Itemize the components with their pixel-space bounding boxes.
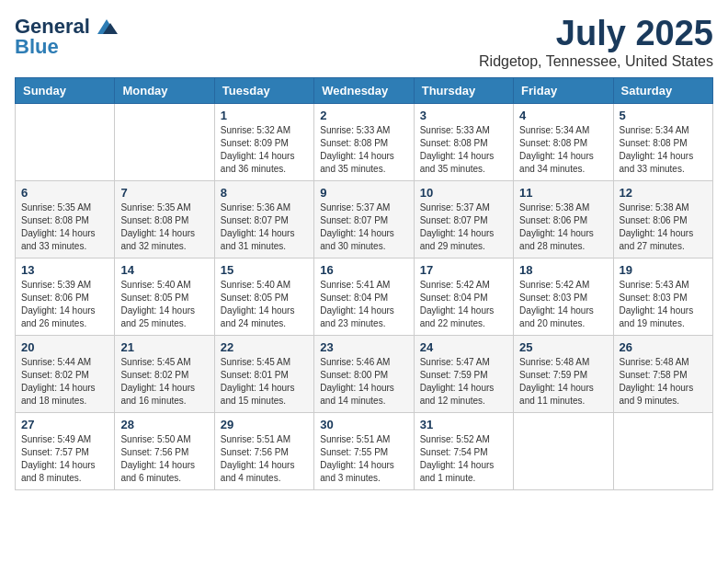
calendar-day-cell: 16Sunrise: 5:41 AM Sunset: 8:04 PM Dayli… bbox=[314, 258, 414, 335]
day-header-wednesday: Wednesday bbox=[314, 77, 414, 103]
day-number: 11 bbox=[519, 186, 607, 200]
day-header-sunday: Sunday bbox=[16, 77, 115, 103]
day-header-friday: Friday bbox=[514, 77, 613, 103]
day-info: Sunrise: 5:33 AM Sunset: 8:08 PM Dayligh… bbox=[320, 124, 407, 176]
day-info: Sunrise: 5:34 AM Sunset: 8:08 PM Dayligh… bbox=[519, 124, 607, 176]
calendar-day-cell: 3Sunrise: 5:33 AM Sunset: 8:08 PM Daylig… bbox=[414, 103, 513, 180]
day-info: Sunrise: 5:37 AM Sunset: 8:07 PM Dayligh… bbox=[420, 201, 507, 253]
day-header-monday: Monday bbox=[115, 77, 214, 103]
day-number: 6 bbox=[21, 186, 108, 200]
day-number: 25 bbox=[519, 340, 607, 354]
day-info: Sunrise: 5:50 AM Sunset: 7:56 PM Dayligh… bbox=[120, 433, 208, 485]
calendar-week-row: 6Sunrise: 5:35 AM Sunset: 8:08 PM Daylig… bbox=[16, 180, 713, 258]
month-title: July 2025 bbox=[479, 15, 713, 53]
day-info: Sunrise: 5:34 AM Sunset: 8:08 PM Dayligh… bbox=[620, 124, 707, 176]
day-info: Sunrise: 5:39 AM Sunset: 8:06 PM Dayligh… bbox=[21, 279, 108, 330]
day-info: Sunrise: 5:38 AM Sunset: 8:06 PM Dayligh… bbox=[620, 201, 707, 253]
day-info: Sunrise: 5:51 AM Sunset: 7:55 PM Dayligh… bbox=[320, 433, 407, 485]
day-number: 12 bbox=[620, 186, 707, 200]
day-number: 16 bbox=[320, 263, 407, 277]
day-info: Sunrise: 5:43 AM Sunset: 8:03 PM Dayligh… bbox=[620, 279, 707, 330]
day-info: Sunrise: 5:47 AM Sunset: 7:59 PM Dayligh… bbox=[420, 356, 507, 408]
calendar-day-cell: 6Sunrise: 5:35 AM Sunset: 8:08 PM Daylig… bbox=[16, 180, 115, 258]
calendar-day-cell: 26Sunrise: 5:48 AM Sunset: 7:58 PM Dayli… bbox=[613, 335, 712, 412]
day-number: 8 bbox=[221, 186, 308, 200]
day-info: Sunrise: 5:45 AM Sunset: 8:02 PM Dayligh… bbox=[120, 356, 208, 408]
day-number: 24 bbox=[420, 340, 507, 354]
calendar-week-row: 27Sunrise: 5:49 AM Sunset: 7:57 PM Dayli… bbox=[16, 412, 713, 489]
calendar-day-cell: 19Sunrise: 5:43 AM Sunset: 8:03 PM Dayli… bbox=[613, 258, 712, 335]
page-header: General Blue July 2025 Ridgetop, Tenness… bbox=[15, 15, 713, 70]
calendar-day-cell bbox=[613, 412, 712, 489]
calendar-day-cell: 18Sunrise: 5:42 AM Sunset: 8:03 PM Dayli… bbox=[514, 258, 613, 335]
day-number: 29 bbox=[221, 418, 308, 431]
day-info: Sunrise: 5:40 AM Sunset: 8:05 PM Dayligh… bbox=[120, 279, 208, 330]
calendar-day-cell: 30Sunrise: 5:51 AM Sunset: 7:55 PM Dayli… bbox=[314, 412, 414, 489]
day-number: 18 bbox=[519, 263, 607, 277]
day-number: 31 bbox=[420, 418, 507, 431]
calendar-day-cell: 10Sunrise: 5:37 AM Sunset: 8:07 PM Dayli… bbox=[414, 180, 513, 258]
calendar-day-cell: 15Sunrise: 5:40 AM Sunset: 8:05 PM Dayli… bbox=[214, 258, 313, 335]
day-number: 5 bbox=[620, 109, 707, 122]
calendar-day-cell: 20Sunrise: 5:44 AM Sunset: 8:02 PM Dayli… bbox=[16, 335, 115, 412]
calendar-day-cell: 7Sunrise: 5:35 AM Sunset: 8:08 PM Daylig… bbox=[115, 180, 214, 258]
day-number: 4 bbox=[519, 109, 607, 122]
calendar-day-cell: 2Sunrise: 5:33 AM Sunset: 8:08 PM Daylig… bbox=[314, 103, 414, 180]
day-number: 28 bbox=[120, 418, 208, 431]
day-info: Sunrise: 5:33 AM Sunset: 8:08 PM Dayligh… bbox=[420, 124, 507, 176]
calendar-day-cell: 29Sunrise: 5:51 AM Sunset: 7:56 PM Dayli… bbox=[214, 412, 313, 489]
day-header-saturday: Saturday bbox=[613, 77, 712, 103]
day-info: Sunrise: 5:37 AM Sunset: 8:07 PM Dayligh… bbox=[320, 201, 407, 253]
day-number: 14 bbox=[120, 263, 208, 277]
day-number: 1 bbox=[221, 109, 308, 122]
day-number: 3 bbox=[420, 109, 507, 122]
logo-icon bbox=[94, 17, 119, 36]
day-number: 26 bbox=[620, 340, 707, 354]
day-info: Sunrise: 5:38 AM Sunset: 8:06 PM Dayligh… bbox=[519, 201, 607, 253]
day-number: 20 bbox=[21, 340, 108, 354]
calendar-day-cell: 21Sunrise: 5:45 AM Sunset: 8:02 PM Dayli… bbox=[115, 335, 214, 412]
day-number: 15 bbox=[221, 263, 308, 277]
day-number: 21 bbox=[120, 340, 208, 354]
day-header-tuesday: Tuesday bbox=[214, 77, 313, 103]
calendar-table: SundayMondayTuesdayWednesdayThursdayFrid… bbox=[15, 77, 713, 490]
calendar-header-row: SundayMondayTuesdayWednesdayThursdayFrid… bbox=[16, 77, 713, 103]
day-info: Sunrise: 5:45 AM Sunset: 8:01 PM Dayligh… bbox=[221, 356, 308, 408]
calendar-day-cell: 27Sunrise: 5:49 AM Sunset: 7:57 PM Dayli… bbox=[16, 412, 115, 489]
calendar-day-cell: 14Sunrise: 5:40 AM Sunset: 8:05 PM Dayli… bbox=[115, 258, 214, 335]
day-info: Sunrise: 5:48 AM Sunset: 7:58 PM Dayligh… bbox=[620, 356, 707, 408]
calendar-day-cell: 9Sunrise: 5:37 AM Sunset: 8:07 PM Daylig… bbox=[314, 180, 414, 258]
calendar-day-cell: 31Sunrise: 5:52 AM Sunset: 7:54 PM Dayli… bbox=[414, 412, 513, 489]
calendar-day-cell bbox=[16, 103, 115, 180]
day-info: Sunrise: 5:40 AM Sunset: 8:05 PM Dayligh… bbox=[221, 279, 308, 330]
day-info: Sunrise: 5:35 AM Sunset: 8:08 PM Dayligh… bbox=[120, 201, 208, 253]
calendar-day-cell: 8Sunrise: 5:36 AM Sunset: 8:07 PM Daylig… bbox=[214, 180, 313, 258]
day-info: Sunrise: 5:49 AM Sunset: 7:57 PM Dayligh… bbox=[21, 433, 108, 485]
calendar-day-cell: 23Sunrise: 5:46 AM Sunset: 8:00 PM Dayli… bbox=[314, 335, 414, 412]
day-info: Sunrise: 5:51 AM Sunset: 7:56 PM Dayligh… bbox=[221, 433, 308, 485]
logo-blue-text: Blue bbox=[15, 35, 59, 59]
logo: General Blue bbox=[15, 15, 119, 59]
day-info: Sunrise: 5:46 AM Sunset: 8:00 PM Dayligh… bbox=[320, 356, 407, 408]
day-number: 13 bbox=[21, 263, 108, 277]
calendar-day-cell: 12Sunrise: 5:38 AM Sunset: 8:06 PM Dayli… bbox=[613, 180, 712, 258]
calendar-week-row: 13Sunrise: 5:39 AM Sunset: 8:06 PM Dayli… bbox=[16, 258, 713, 335]
day-number: 27 bbox=[21, 418, 108, 431]
day-header-thursday: Thursday bbox=[414, 77, 513, 103]
calendar-week-row: 1Sunrise: 5:32 AM Sunset: 8:09 PM Daylig… bbox=[16, 103, 713, 180]
day-info: Sunrise: 5:36 AM Sunset: 8:07 PM Dayligh… bbox=[221, 201, 308, 253]
calendar-day-cell: 28Sunrise: 5:50 AM Sunset: 7:56 PM Dayli… bbox=[115, 412, 214, 489]
day-info: Sunrise: 5:35 AM Sunset: 8:08 PM Dayligh… bbox=[21, 201, 108, 253]
calendar-day-cell: 5Sunrise: 5:34 AM Sunset: 8:08 PM Daylig… bbox=[613, 103, 712, 180]
day-number: 10 bbox=[420, 186, 507, 200]
day-info: Sunrise: 5:44 AM Sunset: 8:02 PM Dayligh… bbox=[21, 356, 108, 408]
calendar-day-cell: 22Sunrise: 5:45 AM Sunset: 8:01 PM Dayli… bbox=[214, 335, 313, 412]
calendar-day-cell: 4Sunrise: 5:34 AM Sunset: 8:08 PM Daylig… bbox=[514, 103, 613, 180]
calendar-day-cell: 25Sunrise: 5:48 AM Sunset: 7:59 PM Dayli… bbox=[514, 335, 613, 412]
day-number: 2 bbox=[320, 109, 407, 122]
calendar-day-cell bbox=[514, 412, 613, 489]
day-number: 30 bbox=[320, 418, 407, 431]
day-number: 7 bbox=[120, 186, 208, 200]
day-info: Sunrise: 5:32 AM Sunset: 8:09 PM Dayligh… bbox=[221, 124, 308, 176]
calendar-day-cell: 17Sunrise: 5:42 AM Sunset: 8:04 PM Dayli… bbox=[414, 258, 513, 335]
